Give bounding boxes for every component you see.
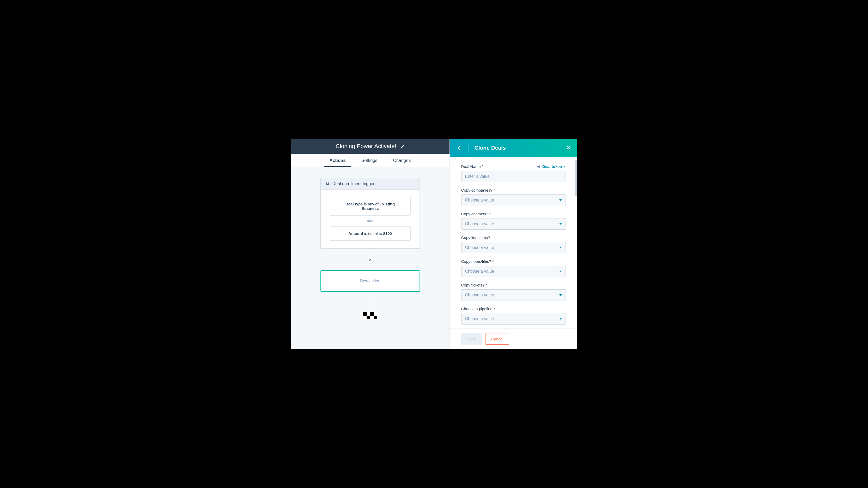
choose-pipeline-select[interactable]: Choose a value (461, 313, 566, 325)
field-label: Copy notes/files? * (461, 259, 566, 264)
field-label: Copy contacts? * (461, 212, 566, 216)
handshake-icon (325, 182, 330, 186)
handshake-icon (536, 165, 541, 168)
workflow-canvas: Deal enrollment trigger Deal type is any… (291, 167, 450, 349)
filter-row-0[interactable]: Deal type is any of Existing Business (330, 197, 411, 216)
cancel-button[interactable]: Cancel (485, 333, 509, 345)
field-copy-companies: Copy companies? * Choose a value (461, 188, 566, 206)
connector-line (370, 264, 370, 270)
filter-field-1: Amount (348, 231, 363, 236)
filter-join: and (367, 219, 373, 223)
header-bar: Cloning Power Activate! (291, 139, 450, 154)
left-pane: Cloning Power Activate! Actions Settings… (291, 139, 450, 349)
field-label: Copy tickets? * (461, 283, 566, 287)
caret-down-icon (559, 199, 562, 201)
save-button[interactable]: Save (461, 333, 482, 345)
panel-body: Deal Name * Deal token Copy companies? *… (450, 157, 577, 328)
edit-title-icon[interactable] (401, 144, 405, 148)
field-label: Deal Name * (461, 164, 484, 169)
connector-line (370, 292, 370, 312)
tab-actions[interactable]: Actions (330, 154, 346, 167)
field-choose-pipeline: Choose a pipeline * Choose a value (461, 306, 566, 325)
scrollbar[interactable] (575, 160, 577, 196)
filter-row-1[interactable]: Amount is equal to $100 (330, 226, 411, 240)
trigger-header-label: Deal enrollment trigger (333, 182, 375, 186)
new-action-label: New action (360, 279, 380, 283)
back-button[interactable] (456, 144, 463, 152)
delete-step-button[interactable]: ✕ (366, 256, 374, 264)
tab-settings[interactable]: Settings (361, 154, 377, 167)
copy-notes-select[interactable]: Choose a value (461, 266, 566, 277)
field-deal-name: Deal Name * Deal token (461, 164, 566, 182)
caret-down-icon (559, 294, 562, 296)
workflow-title: Cloning Power Activate! (336, 143, 396, 150)
close-panel-button[interactable]: ✕ (566, 144, 571, 151)
finish-flag-icon (363, 312, 377, 319)
field-copy-contacts: Copy contacts? * Choose a value (461, 212, 566, 230)
panel-title: Clone Deals (474, 145, 566, 151)
field-copy-line-items: Copy line items? Choose a value (461, 235, 566, 253)
deal-name-input[interactable] (461, 171, 566, 182)
caret-down-icon (559, 270, 562, 272)
field-label: Copy line items? (461, 235, 566, 240)
trigger-body: Deal type is any of Existing Business an… (321, 190, 420, 249)
tab-changes[interactable]: Changes (393, 154, 411, 167)
caret-down-icon (559, 247, 562, 249)
deal-token-link[interactable]: Deal token (536, 164, 566, 169)
copy-companies-select[interactable]: Choose a value (461, 194, 566, 206)
caret-down-icon (559, 318, 562, 320)
trigger-card[interactable]: Deal enrollment trigger Deal type is any… (320, 178, 420, 249)
new-action-card[interactable]: New action (320, 270, 420, 292)
copy-line-items-select[interactable]: Choose a value (461, 242, 566, 253)
field-label: Choose a pipeline * (461, 306, 566, 311)
app-frame: Cloning Power Activate! Actions Settings… (291, 139, 577, 349)
tab-bar: Actions Settings Changes (291, 154, 450, 167)
side-panel: Clone Deals ✕ Deal Name * Deal token Cop… (450, 139, 577, 349)
field-copy-tickets: Copy tickets? * Choose a value (461, 283, 566, 301)
caret-down-icon (559, 223, 562, 225)
caret-down-icon (564, 166, 566, 167)
connector-line (370, 249, 370, 256)
field-label: Copy companies? * (461, 188, 566, 192)
filter-field-0: Deal type (345, 202, 363, 206)
filter-value-1: $100 (383, 231, 392, 236)
copy-contacts-select[interactable]: Choose a value (461, 218, 566, 230)
panel-footer: Save Cancel (450, 328, 577, 349)
field-copy-notes: Copy notes/files? * Choose a value (461, 259, 566, 277)
copy-tickets-select[interactable]: Choose a value (461, 289, 566, 301)
trigger-header: Deal enrollment trigger (321, 178, 420, 190)
panel-header: Clone Deals ✕ (450, 139, 577, 157)
